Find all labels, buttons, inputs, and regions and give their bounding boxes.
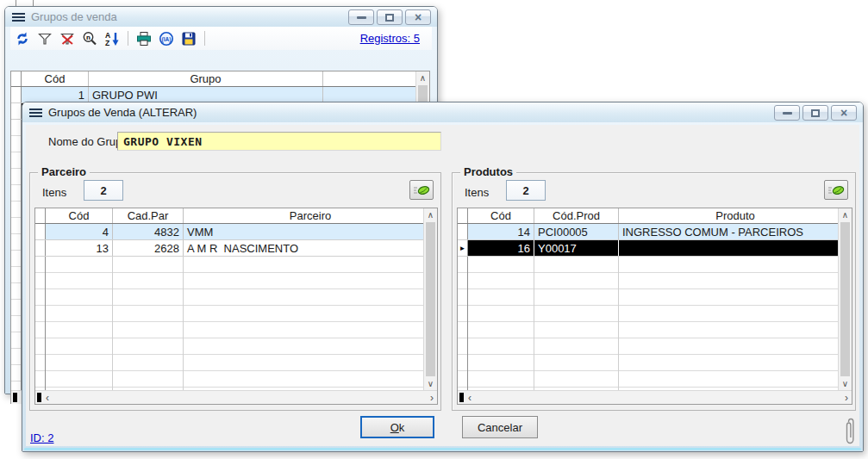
produtos-grid[interactable]: Cód Cód.Prod Produto 14 PCI00005 INGRESS…: [457, 208, 852, 405]
table-row[interactable]: 13 2628 A M R NASCIMENTO: [35, 240, 425, 257]
save-icon[interactable]: [180, 30, 197, 47]
filter-icon[interactable]: [36, 30, 53, 47]
minimize-button[interactable]: [774, 105, 800, 121]
scroll-left-icon: ‹: [468, 392, 471, 404]
edit-dialog-title: Grupos de Venda (ALTERAR): [48, 106, 197, 119]
scroll-right-icon: ›: [430, 392, 434, 404]
col-cod: Cód: [22, 71, 89, 86]
scroll-right-icon: ›: [845, 392, 848, 404]
maximize-button[interactable]: [802, 105, 828, 121]
horizontal-scrollbar[interactable]: ‹›: [35, 390, 437, 404]
edit-dialog-client: Nome do Grupo GRUPO VIXEN Parceiro Itens…: [26, 125, 859, 446]
run-icon: [827, 183, 846, 197]
col-grupo: Grupo: [89, 71, 323, 86]
produtos-itens-field[interactable]: 2: [506, 180, 546, 201]
parceiro-groupbox: Parceiro Itens 2 Cód Cad.Par Parceir: [29, 172, 441, 411]
itens-label: Itens: [465, 186, 489, 199]
table-row[interactable]: 14 PCI00005 INGRESSO COMUM - PARCEIROS: [458, 224, 840, 240]
list-toolbar: n AZ (IA) Registros: 5: [10, 27, 432, 50]
parceiro-caption: Parceiro: [38, 165, 90, 178]
sort-az-icon[interactable]: AZ: [103, 30, 121, 47]
parceiro-run-button[interactable]: [409, 180, 434, 200]
scroll-up-icon: ∧: [424, 208, 437, 221]
current-row-icon: ►: [458, 240, 468, 256]
grupos-grid-header: Cód Grupo: [11, 71, 429, 87]
produtos-run-button[interactable]: [824, 180, 848, 200]
paperclip-icon[interactable]: [845, 418, 857, 445]
itens-label: Itens: [42, 186, 66, 199]
indicator-header: [11, 71, 22, 86]
svg-text:Z: Z: [105, 39, 109, 47]
run-icon: [412, 183, 431, 197]
minimize-button[interactable]: [348, 9, 374, 25]
parceiro-grid-body: 4 4832 VMM 13 2628 A M R NASCIMENTO: [35, 224, 425, 392]
parceiro-grid[interactable]: Cód Cad.Par Parceiro 4 4832 VMM: [34, 208, 438, 405]
scroll-left-icon: ‹: [46, 392, 49, 404]
produtos-grid-body: 14 PCI00005 INGRESSO COMUM - PARCEIROS ►…: [458, 224, 840, 392]
table-row-selected[interactable]: ► 16 Y00017: [458, 240, 840, 257]
produtos-caption: Produtos: [460, 165, 516, 178]
vertical-scrollbar[interactable]: ∧ ∨: [838, 208, 852, 390]
partial-window-artifact: [16, 0, 34, 6]
parceiro-itens-field[interactable]: 2: [84, 180, 123, 201]
menu-icon[interactable]: [12, 11, 25, 23]
nome-do-grupo-field[interactable]: GRUPO VIXEN: [117, 132, 441, 151]
close-button[interactable]: ×: [831, 105, 857, 121]
scroll-down-icon: ∨: [839, 377, 852, 390]
edit-dialog-frame: Grupos de Venda (ALTERAR) × Nome do Grup…: [22, 102, 863, 451]
produtos-grid-header: Cód Cód.Prod Produto: [458, 208, 852, 224]
horizontal-scrollbar[interactable]: ‹›: [458, 390, 852, 404]
col-extra: [323, 71, 429, 86]
svg-text:n: n: [86, 33, 91, 40]
list-window-title: Grupos de venda: [31, 10, 117, 23]
ia-icon[interactable]: (IA): [158, 30, 175, 47]
scroll-down-icon: ∨: [424, 377, 437, 390]
menu-icon[interactable]: [29, 107, 42, 119]
ok-button[interactable]: Ok: [360, 416, 434, 438]
table-row[interactable]: 4 4832 VMM: [35, 224, 425, 240]
print-icon[interactable]: [135, 30, 153, 47]
edit-dialog: Grupos de Venda (ALTERAR) × Nome do Grup…: [22, 102, 864, 452]
produtos-groupbox: Produtos Itens 2 Cód Cód.Prod Produt: [452, 172, 856, 411]
scroll-up-icon: ∧: [839, 208, 852, 221]
nome-do-grupo-label: Nome do Grupo: [48, 135, 128, 148]
registros-link[interactable]: Registros: 5: [360, 32, 420, 45]
toolbar-separator: [128, 31, 128, 46]
search-icon[interactable]: n: [81, 30, 98, 47]
toolbar-separator: [204, 31, 205, 46]
parceiro-grid-header: Cód Cad.Par Parceiro: [35, 208, 437, 224]
maximize-button[interactable]: [377, 9, 403, 25]
vertical-scrollbar[interactable]: ∧ ∨: [423, 208, 437, 390]
list-window-titlebar[interactable]: Grupos de venda ×: [5, 7, 437, 27]
id-link[interactable]: ID: 2: [30, 431, 53, 444]
close-button[interactable]: ×: [405, 9, 431, 25]
refresh-icon[interactable]: [14, 30, 31, 47]
scroll-up-icon: ∧: [416, 71, 429, 84]
cancel-button[interactable]: Cancelar: [462, 416, 538, 438]
edit-dialog-titlebar[interactable]: Grupos de Venda (ALTERAR) ×: [22, 102, 863, 122]
clear-filter-icon[interactable]: [59, 30, 76, 47]
svg-text:(IA): (IA): [162, 35, 172, 42]
